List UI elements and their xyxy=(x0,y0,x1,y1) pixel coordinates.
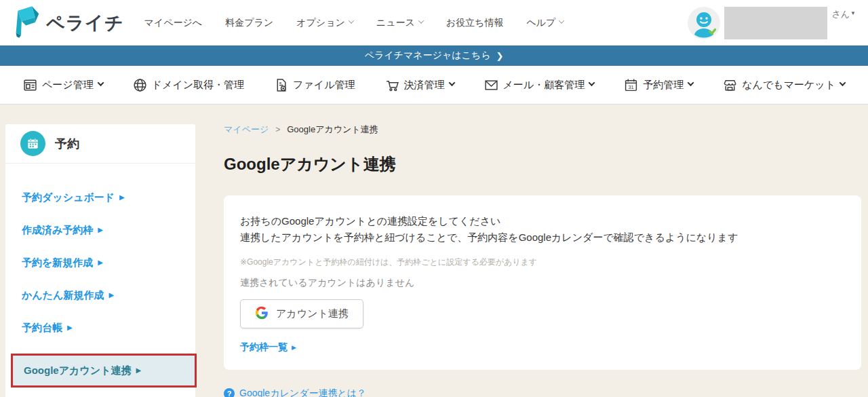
page-title: Googleアカウント連携 xyxy=(224,153,861,175)
linked-account-status: 連携されているアカウントはありません xyxy=(240,277,845,289)
google-g-icon xyxy=(255,306,269,322)
chevron-down-icon xyxy=(448,79,455,86)
chevron-down-icon xyxy=(589,79,595,86)
pages-icon xyxy=(23,78,37,92)
arrow-right-icon: ▶ xyxy=(136,364,141,377)
cart-icon xyxy=(385,78,399,92)
app-nav-page-management[interactable]: ページ管理 xyxy=(23,78,103,92)
sidebar-item-easy-create[interactable]: かんたん新規作成▶ xyxy=(5,288,195,302)
avatar xyxy=(688,7,720,42)
top-nav-pricing[interactable]: 料金プラン xyxy=(225,17,273,29)
google-link-button[interactable]: アカウント連携 xyxy=(240,299,363,328)
arrow-right-icon: ▶ xyxy=(292,344,296,351)
file-icon xyxy=(274,78,288,92)
banner-label: ペライチマネージャはこちら xyxy=(365,50,491,62)
account-suffix: さん▼ xyxy=(831,7,856,20)
card-description-line2: 連携したアカウントを予約枠と紐づけることで、予約内容をGoogleカレンダーで確… xyxy=(240,229,845,246)
app-nav-reservations[interactable]: 31 予約管理 xyxy=(624,78,693,92)
sidebar-item-ledger[interactable]: 予約台帳▶ xyxy=(5,321,195,335)
sidebar-item-created-slots[interactable]: 作成済み予約枠▶ xyxy=(5,223,195,237)
reservation-calendar-icon xyxy=(20,131,45,156)
top-nav-mypage[interactable]: マイページへ xyxy=(144,17,203,29)
top-header: ペライチ マイページへ 料金プラン オプション ニュース お役立ち情報 ヘルプ xyxy=(0,0,868,45)
top-nav-tips[interactable]: お役立ち情報 xyxy=(446,17,504,29)
app-nav: ページ管理 ドメイン取得・管理 ファイル管理 xyxy=(0,66,868,105)
account-area[interactable]: さん▼ xyxy=(688,3,856,42)
google-calendar-help-link[interactable]: ? Googleカレンダー連携とは？ xyxy=(224,387,861,397)
sidebar-header: 予約 xyxy=(5,124,195,164)
mail-icon xyxy=(484,78,498,92)
svg-text:31: 31 xyxy=(629,83,634,90)
breadcrumb-separator: > xyxy=(275,125,280,134)
app-nav-files[interactable]: ファイル管理 xyxy=(274,78,355,92)
caret-down-icon: ▼ xyxy=(850,8,856,16)
sidebar-item-dashboard[interactable]: 予約ダッシュボード▶ xyxy=(5,191,195,204)
breadcrumb-mypage-link[interactable]: マイページ xyxy=(224,124,269,136)
peraichi-logo[interactable]: ペライチ xyxy=(14,5,124,41)
help-link-label: Googleカレンダー連携とは？ xyxy=(239,387,366,397)
reservation-slot-list-link[interactable]: 予約枠一覧▶ xyxy=(240,341,845,354)
sidebar-item-google-link[interactable]: Googleアカウント連携▶ xyxy=(11,354,197,387)
chevron-down-icon xyxy=(418,18,424,23)
chevron-down-icon xyxy=(840,79,846,86)
top-nav-options[interactable]: オプション xyxy=(296,17,353,29)
top-nav-news[interactable]: ニュース xyxy=(376,17,423,29)
app-nav-mail-crm[interactable]: メール・顧客管理 xyxy=(484,78,595,92)
calendar-icon: 31 xyxy=(624,78,638,92)
chevron-right-icon: ❯ xyxy=(496,51,504,61)
chevron-down-icon xyxy=(559,18,564,23)
app-nav-domain[interactable]: ドメイン取得・管理 xyxy=(133,78,244,92)
sidebar-menu: 予約ダッシュボード▶ 作成済み予約枠▶ 予約を新規作成▶ かんたん新規作成▶ 予… xyxy=(5,164,195,387)
reservation-sidebar: 予約 予約ダッシュボード▶ 作成済み予約枠▶ 予約を新規作成▶ かんたん新規作成… xyxy=(5,124,195,397)
page: ペライチ マイページへ 料金プラン オプション ニュース お役立ち情報 ヘルプ xyxy=(0,0,868,397)
arrow-right-icon: ▶ xyxy=(108,288,114,302)
app-nav-payments[interactable]: 決済管理 xyxy=(385,78,454,92)
card-note: ※Googleアカウントと予約枠の紐付けは、予約枠ごとに設定する必要があります xyxy=(240,257,845,268)
breadcrumb-current: Googleアカウント連携 xyxy=(287,124,378,136)
top-nav: マイページへ 料金プラン オプション ニュース お役立ち情報 ヘルプ xyxy=(144,17,564,29)
chevron-down-icon xyxy=(688,79,694,86)
arrow-right-icon: ▶ xyxy=(119,191,125,204)
arrow-right-icon: ▶ xyxy=(98,256,103,269)
sidebar-title: 予約 xyxy=(55,136,79,152)
card-description-line1: お持ちのGoogleアカウントとの連携設定をしてください xyxy=(240,213,845,229)
chevron-down-icon xyxy=(97,79,104,86)
peraichi-logo-icon xyxy=(14,5,41,41)
arrow-right-icon: ▶ xyxy=(67,321,73,335)
redacted-username xyxy=(724,7,827,39)
sidebar-item-new-reservation[interactable]: 予約を新規作成▶ xyxy=(5,256,195,269)
google-link-button-label: アカウント連携 xyxy=(276,307,349,320)
question-icon: ? xyxy=(224,388,235,397)
breadcrumb: マイページ > Googleアカウント連携 xyxy=(224,124,861,136)
arrow-right-icon: ▶ xyxy=(98,223,103,237)
market-icon xyxy=(723,78,737,92)
main-content: マイページ > Googleアカウント連携 Googleアカウント連携 お持ちの… xyxy=(224,119,861,397)
app-nav-market[interactable]: なんでもマーケット xyxy=(723,78,845,92)
domain-icon xyxy=(133,78,147,92)
peraichi-logo-text: ペライチ xyxy=(46,11,124,35)
google-link-card: お持ちのGoogleアカウントとの連携設定をしてください 連携したアカウントを予… xyxy=(224,195,861,370)
manager-banner[interactable]: ペライチマネージャはこちら ❯ xyxy=(0,45,868,66)
chevron-down-icon xyxy=(349,18,354,23)
top-nav-help[interactable]: ヘルプ xyxy=(526,17,564,29)
